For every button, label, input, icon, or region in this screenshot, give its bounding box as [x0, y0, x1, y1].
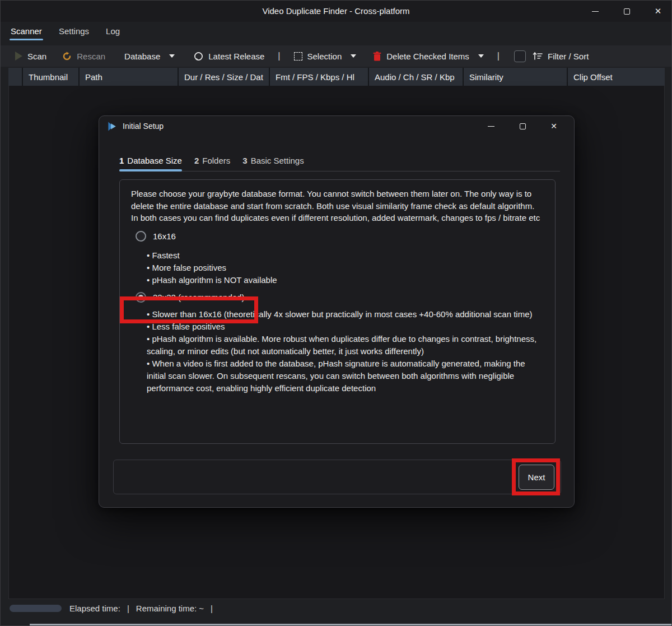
toolbar: Scan Rescan Database Latest Release | Se…	[1, 45, 671, 67]
titlebar: Video Duplicate Finder - Cross-platform …	[1, 1, 671, 22]
filter-checkbox[interactable]	[514, 50, 526, 62]
dialog-footer: Next	[113, 460, 561, 494]
tab-log[interactable]: Log	[105, 24, 121, 40]
bullet-item: Fastest	[147, 249, 544, 262]
tab-folders[interactable]: 2Folders	[194, 156, 230, 165]
dialog-tab-strip: 1Database Size 2Folders 3Basic Settings	[119, 149, 560, 171]
delete-checked-dropdown[interactable]: Delete Checked Items	[373, 52, 484, 61]
toolbar-separator: |	[497, 51, 500, 61]
bullet-item: pHash algorithm is available. More robus…	[147, 333, 544, 358]
elapsed-time-label: Elapsed time:	[69, 604, 120, 613]
results-table-header: Thumbnail Path Dur / Res / Size / Dat Fm…	[8, 68, 665, 86]
trash-icon	[373, 52, 381, 61]
column-header-format[interactable]: Fmt / FPS / Kbps / Hl	[270, 68, 368, 86]
tab-settings[interactable]: Settings	[58, 24, 90, 40]
chevron-down-icon	[351, 54, 356, 58]
toolbar-separator: |	[278, 51, 280, 61]
highlight-box-next	[512, 458, 560, 495]
database-dropdown[interactable]: Database	[124, 52, 175, 61]
maximize-icon[interactable]	[518, 122, 527, 131]
highlight-box-32x32	[120, 296, 258, 323]
column-header-path[interactable]: Path	[80, 68, 178, 86]
window-bottom-edge	[30, 624, 671, 625]
minimize-icon[interactable]	[487, 122, 496, 131]
tab-database-size[interactable]: 1Database Size	[119, 156, 182, 165]
play-icon	[15, 52, 22, 61]
statusbar: Elapsed time: | Remaining time: ~ |	[1, 599, 671, 617]
scan-button[interactable]: Scan	[15, 52, 46, 61]
dialog-window-controls: ✕	[487, 122, 566, 131]
tab-basic-settings[interactable]: 3Basic Settings	[242, 156, 304, 165]
remaining-time-label: Remaining time: ~	[136, 604, 204, 613]
tab-scanner[interactable]: Scanner	[10, 24, 43, 40]
maximize-icon[interactable]	[622, 7, 631, 16]
sort-icon	[533, 52, 543, 61]
progress-bar	[10, 605, 62, 612]
selection-icon	[294, 52, 302, 61]
dialog-titlebar: Initial Setup ✕	[99, 116, 574, 136]
window-title: Video Duplicate Finder - Cross-platform	[1, 6, 671, 16]
column-header-audio[interactable]: Audio / Ch / SR / Kbp	[369, 68, 463, 86]
radio-option-16x16[interactable]: 16x16	[136, 230, 544, 243]
github-icon	[194, 52, 203, 61]
rescan-icon	[62, 52, 72, 61]
close-icon[interactable]: ✕	[654, 7, 662, 16]
status-separator: |	[127, 604, 129, 613]
column-header-clip-offset[interactable]: Clip Offset	[568, 68, 665, 86]
column-header-thumbnail[interactable]: Thumbnail	[23, 68, 78, 86]
latest-release-button[interactable]: Latest Release	[194, 52, 264, 61]
status-separator: |	[211, 604, 213, 613]
column-header-check[interactable]	[8, 68, 22, 86]
close-icon[interactable]: ✕	[549, 122, 558, 131]
bullets-16x16: Fastest More false positives pHash algor…	[147, 249, 544, 286]
main-tab-strip: Scanner Settings Log	[10, 23, 121, 41]
intro-text: Please choose your graybyte database for…	[131, 188, 544, 224]
selection-dropdown[interactable]: Selection	[294, 52, 357, 61]
bullet-item: pHash algorithm is NOT available	[147, 274, 544, 286]
column-header-similarity[interactable]: Similarity	[464, 68, 567, 86]
window-controls: ✕	[591, 1, 662, 22]
minimize-icon[interactable]	[591, 7, 600, 16]
column-header-duration[interactable]: Dur / Res / Size / Dat	[179, 68, 269, 86]
bullet-item: More false positives	[147, 262, 544, 274]
radio-unchecked-icon[interactable]	[136, 231, 146, 242]
bullet-item: When a video is first added to the datab…	[147, 358, 544, 395]
app-window: Video Duplicate Finder - Cross-platform …	[0, 0, 672, 626]
chevron-down-icon	[169, 54, 175, 58]
rescan-button[interactable]: Rescan	[62, 52, 105, 61]
dialog-title: Initial Setup	[123, 122, 164, 131]
filter-sort-button[interactable]: Filter / Sort	[533, 52, 589, 61]
chevron-down-icon	[478, 54, 484, 58]
radio-label-16x16: 16x16	[153, 230, 176, 243]
app-logo-icon	[107, 121, 118, 132]
